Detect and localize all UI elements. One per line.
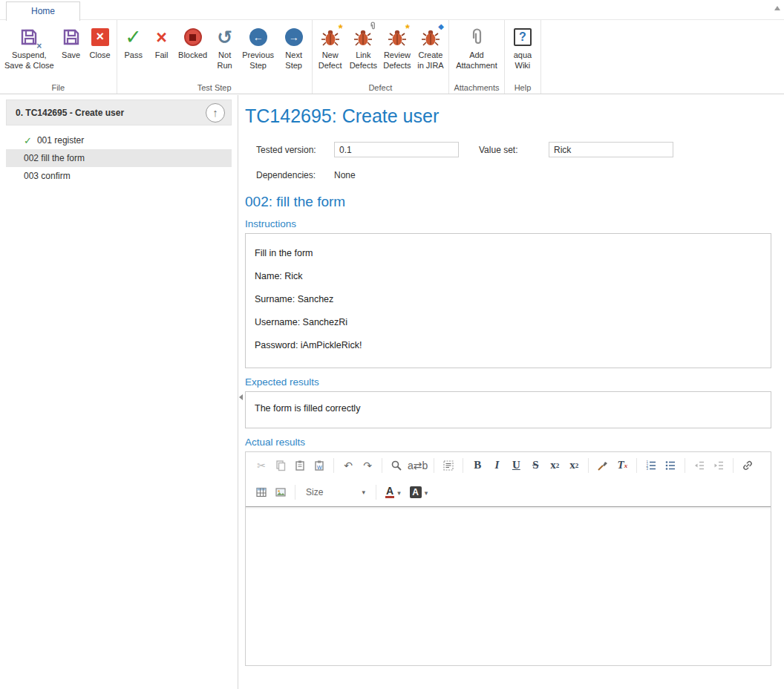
- expected-results-text: The form is filled correctly: [255, 403, 762, 414]
- check-icon: ✓: [125, 25, 142, 49]
- aqua-wiki-button[interactable]: ? aqua Wiki: [506, 22, 539, 82]
- decrease-indent-icon[interactable]: [691, 457, 708, 474]
- add-attachment-button[interactable]: Add Attachment: [451, 22, 503, 82]
- create-in-jira-button[interactable]: ◆ Create in JIRA: [414, 22, 447, 82]
- copy-icon[interactable]: [272, 457, 289, 474]
- ribbon-group-test-step: ✓ Pass × Fail Blocked ↺ Not Run ← Pre: [117, 20, 313, 94]
- bug-link-icon: [353, 25, 373, 49]
- button-label: Fail: [155, 50, 169, 61]
- instruction-paragraph: Surname: Sanchez: [255, 294, 762, 304]
- pass-button[interactable]: ✓ Pass: [119, 22, 148, 82]
- link-defects-button[interactable]: Link Defects: [347, 22, 380, 82]
- step-item-002[interactable]: 002 fill the form: [6, 149, 232, 167]
- test-case-header[interactable]: 0. TC142695 - Create user ↑: [6, 99, 232, 125]
- bold-icon[interactable]: B: [469, 457, 486, 474]
- close-icon: ×: [91, 25, 109, 49]
- stop-icon: [184, 25, 202, 49]
- italic-icon[interactable]: I: [489, 457, 505, 474]
- actual-results-heading: Actual results: [245, 437, 771, 448]
- suspend-save-close-button[interactable]: × Suspend, Save & Close: [1, 22, 57, 82]
- step-item-003[interactable]: 003 confirm: [6, 167, 232, 185]
- link-icon[interactable]: [739, 457, 756, 474]
- strikethrough-icon[interactable]: S: [527, 457, 543, 474]
- instruction-paragraph: Password: iAmPickleRick!: [255, 340, 762, 350]
- select-all-icon[interactable]: [440, 457, 457, 474]
- paperclip-icon: [467, 25, 486, 49]
- toolbar-separator: [295, 485, 295, 500]
- chevron-down-icon: ▾: [362, 489, 365, 496]
- bug-jira-icon: ◆: [421, 25, 440, 49]
- save-icon: [62, 25, 81, 49]
- editor-toolbar-row-1: ✂ W ↶ ↷ a⇄b B I U S x2 x2 Tx 123: [246, 452, 771, 478]
- save-close-icon: ×: [19, 25, 39, 49]
- tested-version-input[interactable]: [334, 142, 459, 157]
- ribbon-group-defect: * New Defect Link Defects *: [313, 20, 449, 94]
- font-size-dropdown[interactable]: Size ▾: [306, 487, 365, 497]
- step-item-label: 001 register: [37, 135, 84, 146]
- remove-format-icon[interactable]: Tx: [614, 457, 630, 474]
- replace-icon[interactable]: a⇄b: [408, 457, 428, 474]
- image-icon[interactable]: [272, 484, 289, 500]
- sparkle-icon: *: [339, 22, 343, 33]
- x-icon: ×: [156, 25, 167, 49]
- chevron-down-icon: ▾: [425, 489, 428, 497]
- instructions-box: Fill in the form Name: Rick Surname: San…: [245, 233, 771, 368]
- editor-toolbar-row-2: Size ▾ A ▾ A ▾: [246, 478, 771, 506]
- paste-from-word-icon[interactable]: W: [311, 457, 327, 474]
- copy-formatting-icon[interactable]: [595, 457, 611, 474]
- arrow-right-circle-icon: →: [285, 25, 303, 49]
- increase-indent-icon[interactable]: [710, 457, 727, 474]
- button-label: Link Defects: [350, 50, 377, 71]
- splitter-collapse-arrow[interactable]: [239, 394, 243, 400]
- close-badge-icon: ×: [36, 42, 42, 50]
- collapse-steps-button[interactable]: ↑: [206, 103, 225, 123]
- not-run-button[interactable]: ↺ Not Run: [211, 22, 239, 82]
- instruction-paragraph: Username: SanchezRi: [255, 317, 762, 327]
- main-panel: TC142695: Create user Tested version: Va…: [245, 95, 771, 666]
- step-item-label: 003 confirm: [24, 171, 71, 181]
- close-button[interactable]: × Close: [85, 22, 115, 82]
- actual-results-input[interactable]: [246, 506, 771, 665]
- button-label: aqua Wiki: [514, 50, 532, 71]
- paste-icon[interactable]: [292, 457, 308, 474]
- text-color-button[interactable]: A ▾: [385, 486, 401, 498]
- test-steps-sidebar: 0. TC142695 - Create user ↑ ✓ 001 regist…: [0, 95, 238, 689]
- bulleted-list-icon[interactable]: [662, 457, 679, 474]
- scrollbar-up-arrow[interactable]: [774, 6, 780, 10]
- find-icon[interactable]: [388, 457, 405, 474]
- subscript-icon[interactable]: x2: [546, 457, 563, 474]
- fail-button[interactable]: × Fail: [148, 22, 175, 82]
- next-step-button[interactable]: → Next Step: [278, 22, 310, 82]
- cut-icon[interactable]: ✂: [253, 457, 270, 474]
- svg-text:W: W: [317, 465, 322, 470]
- toolbar-separator: [463, 458, 463, 473]
- background-color-button[interactable]: A ▾: [410, 486, 428, 498]
- button-label: Save: [62, 50, 80, 61]
- actual-results-editor: ✂ W ↶ ↷ a⇄b B I U S x2 x2 Tx 123: [245, 451, 771, 666]
- text-color-icon: A: [385, 486, 394, 498]
- superscript-icon[interactable]: x2: [566, 457, 582, 474]
- button-label: Add Attachment: [456, 50, 497, 71]
- numbered-list-icon[interactable]: 123: [643, 457, 659, 474]
- toolbar-separator: [685, 458, 685, 473]
- blocked-button[interactable]: Blocked: [175, 22, 211, 82]
- toolbar-separator: [588, 458, 589, 473]
- save-button[interactable]: Save: [57, 22, 85, 82]
- ribbon-group-attachments: Add Attachment Attachments: [449, 20, 505, 94]
- previous-step-button[interactable]: ← Previous Step: [239, 22, 278, 82]
- toolbar-separator: [636, 458, 637, 473]
- value-set-input[interactable]: [549, 142, 673, 157]
- button-label: Previous Step: [242, 50, 274, 71]
- test-case-fields: Tested version: Value set: Dependencies:…: [256, 142, 771, 191]
- table-icon[interactable]: [253, 484, 270, 500]
- new-defect-button[interactable]: * New Defect: [314, 22, 347, 82]
- bug-review-icon: *: [388, 25, 407, 49]
- underline-icon[interactable]: U: [508, 457, 524, 474]
- undo-icon[interactable]: ↶: [340, 457, 356, 474]
- redo-icon[interactable]: ↷: [359, 457, 376, 474]
- button-label: Suspend, Save & Close: [4, 50, 54, 71]
- value-set-label: Value set:: [479, 145, 517, 155]
- step-item-001[interactable]: ✓ 001 register: [6, 131, 232, 149]
- review-defects-button[interactable]: * Review Defects: [380, 22, 414, 82]
- tab-home[interactable]: Home: [6, 1, 80, 21]
